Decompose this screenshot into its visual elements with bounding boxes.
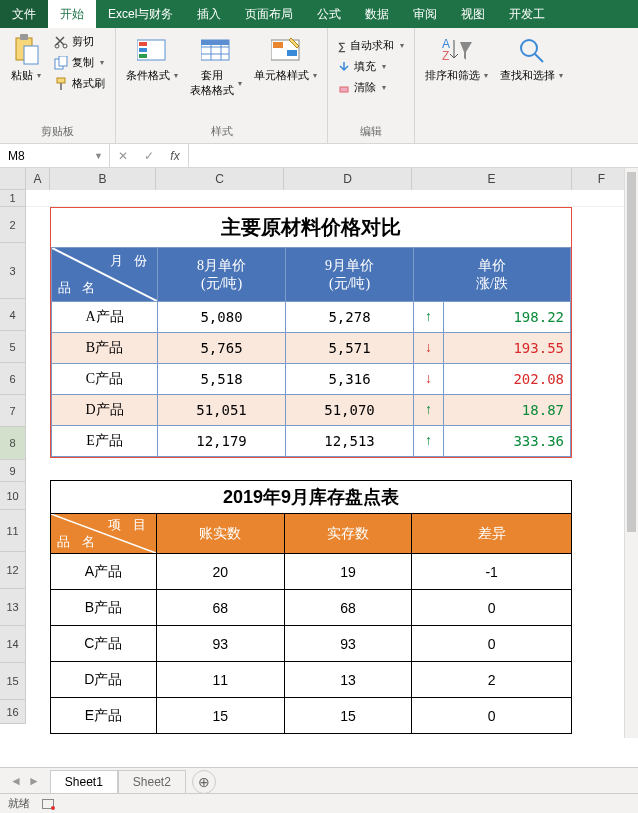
tab-view[interactable]: 视图	[449, 0, 497, 28]
clear-button[interactable]: 清除	[336, 78, 406, 97]
col-header-D[interactable]: D	[284, 168, 412, 190]
worksheet-grid[interactable]: A B C D E F 1 2 3 4 5 6 7 8 9 10 11 12 1…	[0, 168, 638, 738]
row-header[interactable]: 3	[0, 243, 26, 299]
table-row-name[interactable]: C产品	[52, 364, 158, 395]
select-all-corner[interactable]	[0, 168, 26, 190]
col-header-E[interactable]: E	[412, 168, 572, 190]
col-header-C[interactable]: C	[156, 168, 284, 190]
table-row-change[interactable]: 18.87	[444, 395, 571, 426]
tab-finance[interactable]: Excel与财务	[96, 0, 185, 28]
add-sheet-button[interactable]: ⊕	[192, 770, 216, 794]
col-header-A[interactable]: A	[26, 168, 50, 190]
row-header[interactable]: 14	[0, 626, 26, 663]
col-header-B[interactable]: B	[50, 168, 156, 190]
row-header[interactable]: 2	[0, 207, 26, 243]
format-painter-button[interactable]: 格式刷	[52, 74, 107, 93]
row-header[interactable]: 6	[0, 363, 26, 395]
macro-record-icon[interactable]	[42, 799, 54, 809]
table-row-change[interactable]: 193.55	[444, 333, 571, 364]
table-row-sep[interactable]: 5,278	[286, 302, 414, 333]
sheet-nav[interactable]: ◄►	[0, 774, 50, 788]
table-row-book[interactable]: 15	[156, 698, 284, 734]
row-header[interactable]: 13	[0, 589, 26, 626]
chevron-down-icon[interactable]: ▼	[94, 151, 103, 161]
table-row-name[interactable]: A产品	[52, 302, 158, 333]
cut-button[interactable]: 剪切	[52, 32, 107, 51]
table-row-diff[interactable]: 0	[412, 698, 572, 734]
table-row-sep[interactable]: 5,316	[286, 364, 414, 395]
table-row-actual[interactable]: 13	[284, 662, 412, 698]
accept-formula-button[interactable]: ✓	[136, 149, 162, 163]
table-row-actual[interactable]: 68	[284, 590, 412, 626]
table-row-sep[interactable]: 51,070	[286, 395, 414, 426]
tab-data[interactable]: 数据	[353, 0, 401, 28]
row-header[interactable]: 9	[0, 460, 26, 482]
fx-button[interactable]: fx	[162, 149, 188, 163]
table-row-aug[interactable]: 5,518	[158, 364, 286, 395]
table-row-name[interactable]: D产品	[51, 662, 157, 698]
tab-layout[interactable]: 页面布局	[233, 0, 305, 28]
find-select-button[interactable]: 查找和选择	[498, 32, 565, 85]
table-row-name[interactable]: E产品	[51, 698, 157, 734]
table-row-aug[interactable]: 5,080	[158, 302, 286, 333]
table-row-name[interactable]: A产品	[51, 554, 157, 590]
sort-filter-button[interactable]: AZ 排序和筛选	[423, 32, 490, 85]
row-header[interactable]: 15	[0, 663, 26, 700]
table-row-book[interactable]: 20	[156, 554, 284, 590]
sheet-tab-2[interactable]: Sheet2	[118, 770, 186, 793]
table-row-aug[interactable]: 5,765	[158, 333, 286, 364]
table-row-aug[interactable]: 12,179	[158, 426, 286, 457]
row-header[interactable]: 5	[0, 331, 26, 363]
name-box-input[interactable]	[6, 148, 76, 164]
table-row-actual[interactable]: 19	[284, 554, 412, 590]
row-header[interactable]: 10	[0, 482, 26, 510]
table-row-change[interactable]: 333.36	[444, 426, 571, 457]
cell-style-button[interactable]: 单元格样式	[252, 32, 319, 85]
table-row-actual[interactable]: 93	[284, 626, 412, 662]
table-row-book[interactable]: 93	[156, 626, 284, 662]
vertical-scrollbar[interactable]	[624, 168, 638, 738]
paste-button[interactable]: 粘贴	[8, 32, 44, 85]
copy-button[interactable]: 复制	[52, 53, 107, 72]
tab-insert[interactable]: 插入	[185, 0, 233, 28]
row-header[interactable]: 4	[0, 299, 26, 331]
table-row-name[interactable]: B产品	[52, 333, 158, 364]
row-header[interactable]: 8	[0, 427, 26, 460]
table-row-actual[interactable]: 15	[284, 698, 412, 734]
table-row-name[interactable]: E产品	[52, 426, 158, 457]
table-row-diff[interactable]: 0	[412, 590, 572, 626]
table-row-name[interactable]: B产品	[51, 590, 157, 626]
tab-dev[interactable]: 开发工	[497, 0, 557, 28]
table-row-name[interactable]: D产品	[52, 395, 158, 426]
row-header[interactable]: 11	[0, 510, 26, 552]
col-header-F[interactable]: F	[572, 168, 632, 190]
row-header[interactable]: 7	[0, 395, 26, 427]
table-row-change[interactable]: 198.22	[444, 302, 571, 333]
row-header[interactable]: 16	[0, 700, 26, 724]
table-row-diff[interactable]: -1	[412, 554, 572, 590]
tab-formula[interactable]: 公式	[305, 0, 353, 28]
sheet-tab-1[interactable]: Sheet1	[50, 770, 118, 793]
table-row-name[interactable]: C产品	[51, 626, 157, 662]
table-row-aug[interactable]: 51,051	[158, 395, 286, 426]
prev-sheet-icon[interactable]: ◄	[8, 774, 24, 788]
row-header[interactable]: 1	[0, 190, 26, 207]
autosum-button[interactable]: ∑ 自动求和	[336, 36, 406, 55]
table-row-sep[interactable]: 12,513	[286, 426, 414, 457]
table-row-diff[interactable]: 0	[412, 626, 572, 662]
table-row-change[interactable]: 202.08	[444, 364, 571, 395]
conditional-format-button[interactable]: 条件格式	[124, 32, 180, 85]
table-row-diff[interactable]: 2	[412, 662, 572, 698]
table-row-book[interactable]: 11	[156, 662, 284, 698]
table-row-sep[interactable]: 5,571	[286, 333, 414, 364]
next-sheet-icon[interactable]: ►	[26, 774, 42, 788]
tab-review[interactable]: 审阅	[401, 0, 449, 28]
name-box[interactable]: ▼	[0, 144, 110, 167]
formula-input[interactable]	[189, 144, 638, 167]
fill-button[interactable]: 填充	[336, 57, 406, 76]
tab-file[interactable]: 文件	[0, 0, 48, 28]
table-row-book[interactable]: 68	[156, 590, 284, 626]
table-format-button[interactable]: 套用 表格格式	[188, 32, 244, 100]
tab-home[interactable]: 开始	[48, 0, 96, 28]
row-header[interactable]: 12	[0, 552, 26, 589]
